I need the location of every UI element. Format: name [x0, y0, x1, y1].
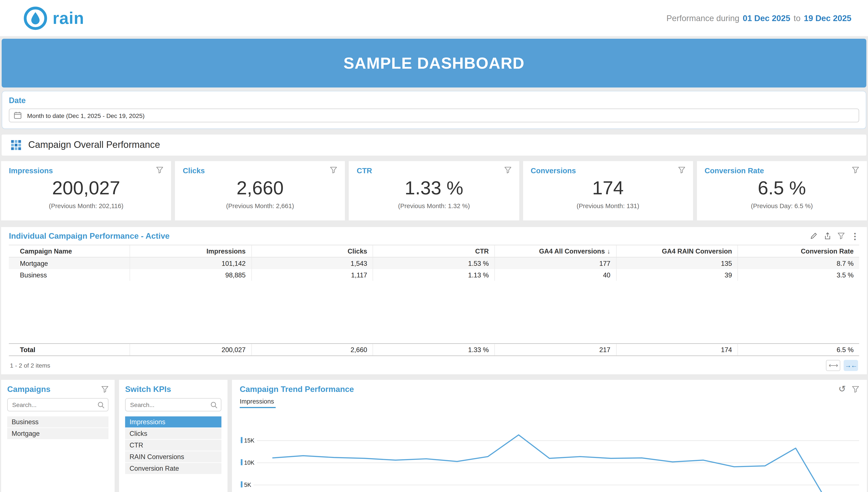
trend-chart-title: Campaign Trend Performance — [240, 385, 354, 394]
tick-marker — [241, 459, 242, 465]
filter-icon[interactable] — [852, 386, 859, 393]
kpi-list-item-clicks[interactable]: Clicks — [125, 428, 222, 439]
filter-icon[interactable] — [838, 233, 845, 239]
table-header-row: Campaign Name Impressions Clicks CTR GA4… — [9, 245, 859, 257]
kpi-subtitle: (Previous Month: 2,661) — [183, 203, 337, 210]
tick-marker — [241, 482, 242, 488]
filter-icon[interactable] — [156, 167, 163, 173]
date-to-value: 19 Dec 2025 — [804, 13, 851, 23]
expand-columns-button[interactable]: ⟷ — [826, 360, 840, 371]
y-axis-tick: 5K — [241, 481, 253, 488]
column-header-clicks[interactable]: Clicks — [251, 245, 373, 257]
cell-impressions: 101,142 — [130, 257, 251, 269]
dashboard-title: SAMPLE DASHBOARD — [343, 54, 525, 72]
grid-icon — [11, 140, 21, 150]
dashboard-title-banner: SAMPLE DASHBOARD — [2, 39, 867, 88]
cell-ga4-rain-conversion: 135 — [616, 257, 738, 269]
active-series-tab[interactable]: Impressions — [240, 398, 276, 408]
kpi-value: 1.33 % — [357, 177, 511, 199]
edit-icon[interactable] — [810, 232, 818, 240]
kpi-title: CTR — [357, 167, 372, 175]
switch-kpis-title: Switch KPIs — [125, 385, 171, 394]
performance-date-range: Performance during 01 Dec 2025 to 19 Dec… — [666, 13, 851, 23]
rain-logo: rain — [23, 6, 84, 30]
campaigns-search-input[interactable] — [7, 398, 108, 412]
total-ga4-all-conversions: 217 — [494, 344, 616, 355]
kpi-subtitle: (Previous Day: 6.5 %) — [705, 203, 859, 210]
export-icon[interactable] — [824, 232, 832, 240]
kpi-list-item-ctr[interactable]: CTR — [125, 440, 222, 451]
more-options-icon[interactable]: ⋮ — [851, 232, 859, 240]
rain-drop-logo-icon — [23, 6, 48, 30]
sort-desc-icon: ↓ — [607, 247, 610, 255]
total-ctr: 1.33 % — [373, 344, 494, 355]
column-header-ga4-all-conversions[interactable]: GA4 All Conversions↓ — [494, 245, 616, 257]
cell-conversion-rate: 3.5 % — [738, 269, 859, 281]
cell-ga4-rain-conversion: 39 — [616, 269, 738, 281]
kpi-subtitle: (Previous Month: 1.32 %) — [357, 203, 511, 210]
kpi-value: 2,660 — [183, 177, 337, 199]
filter-icon[interactable] — [678, 167, 685, 173]
kpi-list-item-rain-conversions[interactable]: RAIN Conversions — [125, 451, 222, 462]
to-label: to — [794, 13, 800, 23]
kpi-value: 174 — [531, 177, 685, 199]
date-filter-panel: Date — [2, 91, 867, 129]
kpi-card-clicks: Clicks 2,660 (Previous Month: 2,661) — [175, 161, 345, 220]
bottom-row: Campaigns Business Mortgage Switch KPIs — [1, 380, 867, 492]
date-filter-label: Date — [9, 96, 859, 105]
fit-columns-button[interactable]: →← — [844, 360, 858, 371]
cell-clicks: 1,117 — [251, 269, 373, 281]
kpi-title: Impressions — [9, 167, 53, 175]
campaigns-title: Campaigns — [7, 385, 50, 394]
reset-history-icon[interactable]: ↺ — [839, 385, 846, 394]
campaign-list-item[interactable]: Business — [7, 416, 108, 427]
total-clicks: 2,660 — [251, 344, 373, 355]
column-header-conversion-rate[interactable]: Conversion Rate — [738, 245, 859, 257]
cell-ctr: 1.13 % — [373, 269, 494, 281]
date-range-input[interactable] — [9, 108, 859, 122]
kpi-card-impressions: Impressions 200,027 (Previous Month: 202… — [1, 161, 171, 220]
kpi-subtitle: (Previous Month: 202,116) — [9, 203, 163, 210]
kpi-card-row: Impressions 200,027 (Previous Month: 202… — [1, 161, 867, 220]
kpi-title: Conversions — [531, 167, 576, 175]
column-header-ga4-rain-conversion[interactable]: GA4 RAIN Conversion — [616, 245, 738, 257]
kpi-list-item-conversion-rate[interactable]: Conversion Rate — [125, 463, 222, 474]
filter-icon[interactable] — [101, 386, 108, 393]
column-header-impressions[interactable]: Impressions — [130, 245, 251, 257]
kpi-list-item-impressions[interactable]: Impressions — [125, 416, 222, 427]
total-label: Total — [9, 344, 130, 355]
section-title: Campaign Overall Performance — [28, 140, 160, 150]
column-header-ctr[interactable]: CTR — [373, 245, 494, 257]
kpi-title: Clicks — [183, 167, 205, 175]
brand-name: rain — [52, 8, 84, 27]
pager-status: 1 - 2 of 2 items — [10, 362, 50, 369]
kpis-search-input[interactable] — [125, 398, 222, 412]
filter-icon[interactable] — [504, 167, 511, 173]
total-ga4-rain-conversion: 174 — [616, 344, 738, 355]
kpi-card-ctr: CTR 1.33 % (Previous Month: 1.32 %) — [349, 161, 519, 220]
trend-line-chart — [240, 416, 859, 492]
cell-ga4-all-conversions: 40 — [494, 269, 616, 281]
filter-icon[interactable] — [330, 167, 337, 173]
trend-chart-panel: Campaign Trend Performance ↺ Impressions… — [232, 380, 867, 492]
kpi-card-conversions: Conversions 174 (Previous Month: 131) — [523, 161, 693, 220]
trend-chart-area: 15K10K5K — [240, 416, 859, 492]
cell-impressions: 98,885 — [130, 269, 251, 281]
y-axis-tick: 10K — [241, 459, 257, 466]
total-conversion-rate: 6.5 % — [738, 344, 859, 355]
column-header-campaign-name[interactable]: Campaign Name — [9, 245, 130, 257]
kpi-title: Conversion Rate — [705, 167, 764, 175]
kpi-card-conversion-rate: Conversion Rate 6.5 % (Previous Day: 6.5… — [697, 161, 867, 220]
table-total-row: Total 200,027 2,660 1.33 % 217 174 6.5 % — [9, 343, 859, 356]
table-row[interactable]: Business 98,885 1,117 1.13 % 40 39 3.5 % — [9, 269, 859, 281]
search-icon — [98, 401, 105, 411]
performance-prefix-label: Performance during — [666, 13, 739, 23]
y-axis-tick: 15K — [241, 437, 257, 444]
top-header: rain Performance during 01 Dec 2025 to 1… — [0, 0, 868, 36]
filter-icon[interactable] — [852, 167, 859, 173]
table-row[interactable]: Mortgage 101,142 1,543 1.53 % 177 135 8.… — [9, 257, 859, 269]
cell-ga4-all-conversions: 177 — [494, 257, 616, 269]
cell-campaign-name: Business — [9, 269, 130, 281]
campaign-list-item[interactable]: Mortgage — [7, 428, 108, 439]
search-icon — [210, 401, 218, 411]
